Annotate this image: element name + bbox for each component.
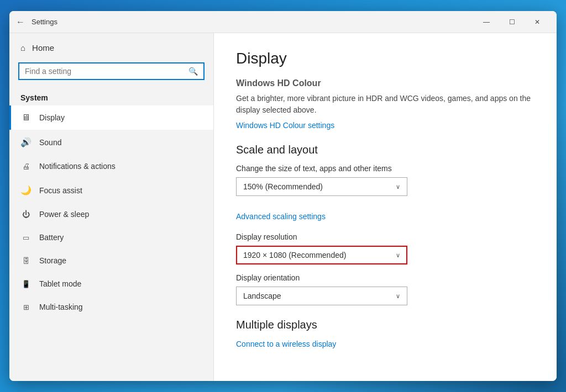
- resolution-label: Display resolution: [236, 232, 534, 241]
- sidebar-item-tablet[interactable]: 📱 Tablet mode: [9, 272, 213, 295]
- resolution-dropdown[interactable]: 1920 × 1080 (Recommended) ∨: [236, 246, 407, 264]
- scale-dropdown-value: 150% (Recommended): [243, 182, 323, 191]
- content-area: ⌂ Home 🔍 System 🖥 Display 🔊 Sound 🖨 Noti…: [9, 33, 557, 381]
- back-button[interactable]: ←: [16, 17, 25, 27]
- sidebar-sound-label: Sound: [39, 138, 61, 147]
- sidebar-item-home[interactable]: ⌂ Home: [9, 33, 213, 62]
- display-icon: 🖥: [20, 113, 32, 123]
- orientation-dropdown-value: Landscape: [243, 292, 281, 300]
- sidebar-power-label: Power & sleep: [39, 210, 89, 219]
- sidebar-item-power[interactable]: ⏻ Power & sleep: [9, 203, 213, 226]
- orientation-dropdown[interactable]: Landscape ∨: [236, 287, 407, 305]
- orientation-chevron-icon: ∨: [396, 293, 400, 300]
- scale-section-title: Scale and layout: [236, 144, 534, 156]
- resolution-dropdown-value: 1920 × 1080 (Recommended): [243, 251, 346, 259]
- title-bar: ← Settings — ☐ ✕: [9, 11, 557, 33]
- minimize-button[interactable]: —: [474, 11, 499, 33]
- page-title: Display: [236, 50, 534, 67]
- sidebar-display-label: Display: [39, 113, 65, 122]
- hdr-description: Get a brighter, more vibrant picture in …: [236, 93, 534, 116]
- notifications-icon: 🖨: [20, 162, 32, 171]
- multitasking-icon: ⊞: [20, 303, 32, 311]
- sidebar-item-multitasking[interactable]: ⊞ Multi-tasking: [9, 295, 213, 319]
- multiple-displays-section-title: Multiple displays: [236, 319, 534, 331]
- sidebar-item-storage[interactable]: 🗄 Storage: [9, 249, 213, 272]
- maximize-button[interactable]: ☐: [499, 11, 525, 33]
- sidebar-storage-label: Storage: [39, 256, 66, 265]
- hdr-link[interactable]: Windows HD Colour settings: [236, 121, 334, 130]
- window-controls: — ☐ ✕: [474, 11, 550, 33]
- sidebar-item-battery[interactable]: ▭ Battery: [9, 226, 213, 249]
- sidebar-home-label: Home: [32, 43, 54, 52]
- settings-window: ← Settings — ☐ ✕ ⌂ Home 🔍 System 🖥 Displ…: [9, 11, 557, 381]
- sidebar-item-sound[interactable]: 🔊 Sound: [9, 130, 213, 155]
- sidebar-section-label: System: [9, 89, 213, 105]
- scale-label: Change the size of text, apps and other …: [236, 164, 534, 173]
- scale-dropdown[interactable]: 150% (Recommended) ∨: [236, 177, 407, 196]
- orientation-label: Display orientation: [236, 273, 534, 282]
- main-content: Display Windows HD Colour Get a brighter…: [214, 33, 557, 381]
- sidebar-item-notifications[interactable]: 🖨 Notifications & actions: [9, 155, 213, 178]
- sidebar-notifications-label: Notifications & actions: [39, 162, 116, 171]
- storage-icon: 🗄: [20, 257, 32, 265]
- home-icon: ⌂: [20, 43, 25, 52]
- advanced-scaling-link[interactable]: Advanced scaling settings: [236, 212, 326, 221]
- resolution-chevron-icon: ∨: [396, 252, 400, 259]
- search-icon: 🔍: [188, 67, 198, 76]
- battery-icon: ▭: [20, 234, 32, 242]
- sidebar-multitasking-label: Multi-tasking: [39, 303, 83, 311]
- sidebar-battery-label: Battery: [39, 233, 64, 242]
- sidebar-tablet-label: Tablet mode: [39, 279, 81, 288]
- tablet-icon: 📱: [20, 280, 32, 288]
- sound-icon: 🔊: [20, 137, 32, 147]
- focus-icon: 🌙: [20, 185, 32, 195]
- search-box[interactable]: 🔍: [18, 62, 205, 80]
- wireless-display-link[interactable]: Connect to a wireless display: [236, 340, 336, 348]
- close-button[interactable]: ✕: [525, 11, 550, 33]
- window-title: Settings: [32, 18, 57, 26]
- sidebar-focus-label: Focus assist: [39, 186, 82, 195]
- scale-chevron-icon: ∨: [396, 183, 400, 190]
- search-input[interactable]: [25, 67, 184, 76]
- sidebar-item-focus[interactable]: 🌙 Focus assist: [9, 178, 213, 203]
- power-icon: ⏻: [20, 210, 32, 219]
- sidebar-item-display[interactable]: 🖥 Display: [9, 105, 213, 130]
- sidebar: ⌂ Home 🔍 System 🖥 Display 🔊 Sound 🖨 Noti…: [9, 33, 214, 381]
- hdr-subtitle: Windows HD Colour: [236, 78, 534, 88]
